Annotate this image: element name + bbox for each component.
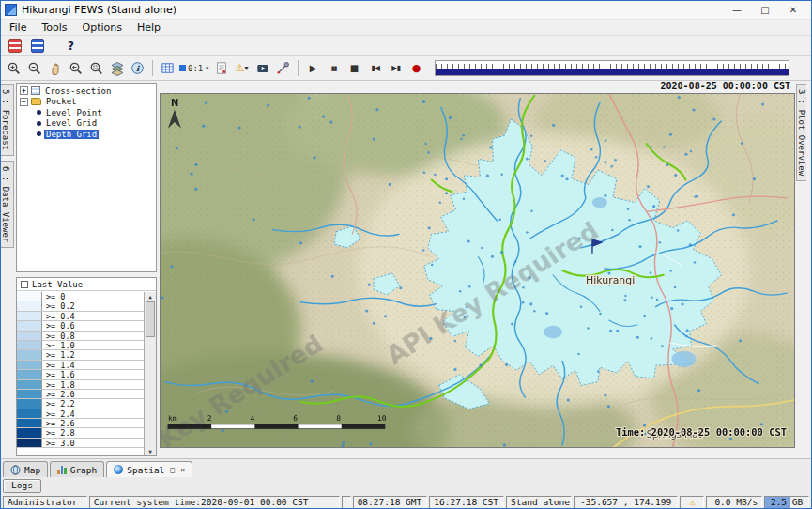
- report-icon[interactable]: [211, 59, 231, 78]
- last-value-checkbox[interactable]: [21, 281, 28, 288]
- chevron-down-icon: ▾: [205, 64, 209, 72]
- legend-swatch: [17, 312, 42, 320]
- minimize-button[interactable]: —: [723, 2, 751, 19]
- last-timestep-button[interactable]: ▶▮: [386, 59, 406, 78]
- status-warning-icon[interactable]: ⚠: [680, 496, 704, 509]
- legend-scrollbar[interactable]: ▲ ▼: [144, 292, 156, 455]
- left-panel: + Cross-section − Pocket Level Point Lev…: [14, 81, 159, 458]
- legend-row: >= 0: [17, 292, 144, 301]
- menu-options[interactable]: Options: [83, 22, 122, 34]
- legend-label: >= 2.8: [42, 428, 75, 437]
- stop-button[interactable]: ■: [345, 59, 364, 78]
- expand-icon[interactable]: +: [20, 86, 28, 95]
- right-tab-strip: 3 : Plot Overview: [796, 81, 811, 458]
- tree-item-depth-grid[interactable]: Depth Grid: [17, 129, 156, 140]
- zoom-out-icon[interactable]: [24, 59, 44, 78]
- status-network-rate: 0.0 MB/s: [706, 496, 762, 509]
- legend-label: >= 0.6: [42, 321, 75, 330]
- title-bar: Hikurangi FEWS (Stand alone) — □ ✕: [1, 1, 811, 20]
- menu-help[interactable]: Help: [137, 22, 161, 34]
- logs-button[interactable]: Logs: [3, 479, 41, 493]
- tab-label: Spatial: [127, 465, 164, 475]
- layers-icon[interactable]: [107, 59, 127, 78]
- restore-panel-icon[interactable]: □: [168, 466, 175, 474]
- legend-swatch: [17, 370, 42, 378]
- status-bar: Administrator Current system time:2020-0…: [1, 495, 811, 509]
- scale-unit: km: [168, 414, 177, 423]
- scroll-down-icon[interactable]: ▼: [148, 447, 152, 455]
- pause-button[interactable]: ▮▮: [324, 59, 344, 78]
- timeline-ruler: [436, 61, 789, 69]
- grid-display-icon[interactable]: [158, 59, 177, 78]
- legend-swatch: [17, 292, 42, 301]
- legend-swatch: [17, 428, 42, 437]
- profile-tool-icon[interactable]: [273, 59, 293, 78]
- menu-file[interactable]: File: [9, 22, 26, 34]
- timeline-slider[interactable]: [435, 60, 789, 76]
- timestep-selector[interactable]: 0:1 ▾: [178, 59, 210, 78]
- zoom-previous-icon[interactable]: [66, 59, 85, 78]
- legend-row: >= 1.4: [17, 361, 144, 370]
- tab-graph[interactable]: Graph: [50, 461, 104, 477]
- maximize-button[interactable]: □: [751, 2, 779, 19]
- legend-label: >= 0.4: [42, 312, 75, 320]
- zoom-extent-icon[interactable]: [86, 59, 106, 78]
- tree-item-cross-section[interactable]: + Cross-section: [17, 85, 156, 97]
- info-icon[interactable]: i: [128, 59, 147, 78]
- close-button[interactable]: ✕: [779, 2, 807, 19]
- animation-icon[interactable]: [253, 59, 272, 78]
- tab-plot-overview[interactable]: 3 : Plot Overview: [796, 84, 806, 181]
- explorer-icon[interactable]: [5, 37, 24, 55]
- legend-label: >= 3.0: [42, 439, 75, 447]
- first-timestep-button[interactable]: ▮◀: [365, 59, 385, 78]
- tab-forecast[interactable]: 5 : Forecast: [1, 84, 14, 156]
- pan-hand-icon[interactable]: [45, 59, 65, 78]
- scale-tick: 6: [293, 414, 298, 423]
- legend-swatch: [17, 350, 42, 359]
- map-datetime-bar: 2020-08-25 00:00:00 CST: [159, 81, 796, 93]
- collapse-icon[interactable]: −: [20, 98, 28, 106]
- north-label: N: [171, 99, 178, 109]
- warnings-dropdown[interactable]: ⚠ ▾: [232, 59, 252, 78]
- chart-icon: [57, 465, 67, 474]
- tree-item-level-point[interactable]: Level Point: [17, 107, 156, 118]
- scroll-thumb[interactable]: [146, 301, 155, 337]
- status-coordinates: -35.657 , 174.199: [574, 496, 679, 509]
- toolbar-top: ?: [1, 36, 811, 56]
- logs-row: Logs: [1, 477, 811, 495]
- database-icon[interactable]: [27, 37, 47, 55]
- zoom-in-icon[interactable]: [4, 59, 23, 78]
- layer-tree: + Cross-section − Pocket Level Point Lev…: [16, 83, 157, 272]
- legend-swatch: [17, 361, 42, 369]
- scroll-track[interactable]: [145, 301, 156, 447]
- status-user: Administrator: [3, 496, 87, 509]
- tab-spatial[interactable]: Spatial □ ✕: [106, 461, 192, 477]
- status-system-time: Current system time:2020-09-01 00:00 CST: [89, 496, 340, 509]
- bottom-tab-bar: Map Graph Spatial □ ✕: [1, 458, 811, 477]
- record-button[interactable]: ●: [406, 59, 426, 78]
- legend-label: >= 2.4: [42, 409, 75, 418]
- separator: [298, 60, 299, 76]
- legend-list: >= 0>= 0.2>= 0.4>= 0.6>= 0.8>= 1.0>= 1.2…: [17, 292, 144, 455]
- tab-data-viewer[interactable]: 6 : Data Viewer: [1, 161, 14, 248]
- tree-item-pocket[interactable]: − Pocket: [17, 97, 156, 108]
- legend-row: >= 0.8: [17, 332, 144, 341]
- globe-icon: [10, 465, 21, 475]
- tab-map[interactable]: Map: [3, 461, 48, 477]
- legend-row: >= 1.2: [17, 350, 144, 360]
- timestep-icon: [179, 65, 186, 71]
- help-button[interactable]: ?: [61, 37, 81, 55]
- close-panel-icon[interactable]: ✕: [178, 466, 185, 474]
- menu-tools[interactable]: Tools: [41, 22, 67, 34]
- tab-label: Graph: [70, 465, 98, 475]
- legend-header: Last Value: [17, 278, 156, 291]
- legend-row: >= 1.8: [17, 380, 144, 390]
- map-canvas[interactable]: Hikurangi Springs Flat API Key Required …: [160, 93, 795, 448]
- tree-item-level-grid[interactable]: Level Grid: [17, 118, 156, 130]
- scroll-up-icon[interactable]: ▲: [148, 292, 152, 301]
- menu-bar: File Tools Options Help: [1, 20, 811, 36]
- legend-row: >= 2.0: [17, 390, 144, 399]
- play-button[interactable]: ▶: [303, 59, 323, 78]
- legend-swatch: [17, 341, 42, 349]
- tab-label: Map: [24, 465, 40, 475]
